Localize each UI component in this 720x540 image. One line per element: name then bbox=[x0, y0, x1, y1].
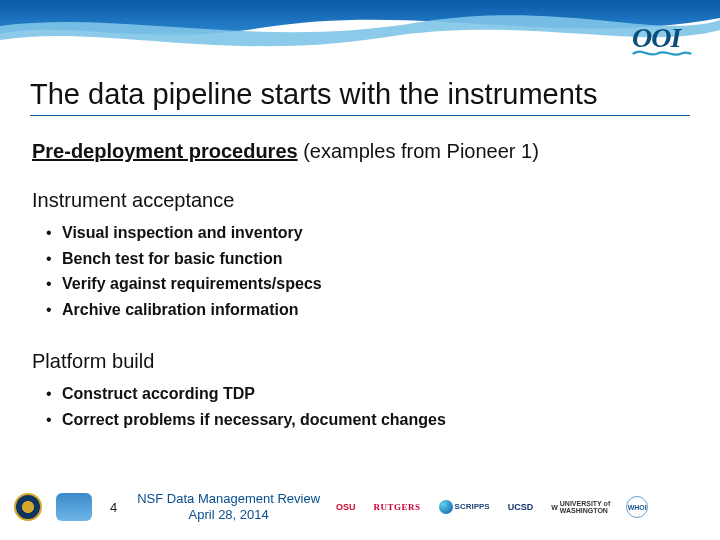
uw-logo: W UNIVERSITY ofWASHINGTON bbox=[549, 496, 612, 518]
ucsd-logo: UCSD bbox=[506, 496, 536, 518]
section-heading-acceptance: Instrument acceptance bbox=[32, 189, 680, 212]
subtitle: Pre-deployment procedures (examples from… bbox=[32, 140, 680, 163]
page-number: 4 bbox=[110, 500, 117, 515]
list-item: Visual inspection and inventory bbox=[46, 220, 680, 246]
header-wave-graphic bbox=[0, 0, 720, 70]
footer-review-line2: April 28, 2014 bbox=[137, 507, 320, 523]
nsf-logo-icon bbox=[14, 493, 42, 521]
list-item: Construct according TDP bbox=[46, 381, 680, 407]
scripps-logo: SCRIPPS bbox=[437, 496, 492, 518]
osu-logo: OSU bbox=[334, 496, 358, 518]
subtitle-rest: (examples from Pioneer 1) bbox=[298, 140, 539, 162]
footer-title: NSF Data Management Review April 28, 201… bbox=[137, 491, 320, 522]
platform-list: Construct according TDP Correct problems… bbox=[46, 381, 680, 432]
list-item: Verify against requirements/specs bbox=[46, 271, 680, 297]
rutgers-logo: RUTGERS bbox=[372, 496, 423, 518]
footer: 4 NSF Data Management Review April 28, 2… bbox=[0, 486, 720, 528]
whoi-logo: WHOI bbox=[626, 496, 648, 518]
list-item: Bench test for basic function bbox=[46, 246, 680, 272]
list-item: Archive calibration information bbox=[46, 297, 680, 323]
ooi-logo: OOI bbox=[632, 22, 692, 58]
slide-content: Pre-deployment procedures (examples from… bbox=[32, 140, 680, 461]
subtitle-underlined: Pre-deployment procedures bbox=[32, 140, 298, 162]
footer-review-line1: NSF Data Management Review bbox=[137, 491, 320, 507]
slide-title: The data pipeline starts with the instru… bbox=[30, 78, 690, 116]
section-heading-platform: Platform build bbox=[32, 350, 680, 373]
ocean-leadership-logo-icon bbox=[56, 493, 92, 521]
acceptance-list: Visual inspection and inventory Bench te… bbox=[46, 220, 680, 322]
list-item: Correct problems if necessary, document … bbox=[46, 407, 680, 433]
ooi-logo-text: OOI bbox=[632, 22, 680, 53]
